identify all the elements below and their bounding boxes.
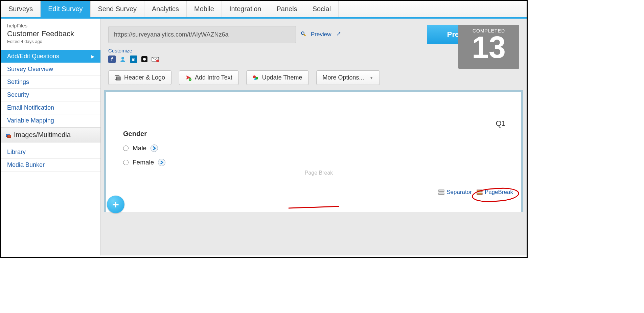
more-options-button[interactable]: More Options... ▼ (316, 70, 380, 85)
svg-point-12 (156, 60, 159, 62)
svg-point-2 (301, 32, 304, 35)
radio-female[interactable] (123, 160, 129, 165)
svg-line-3 (304, 34, 305, 36)
separator-action[interactable]: Separator (438, 189, 472, 196)
sidebar-section-label: Images/Multimedia (14, 131, 71, 139)
edited-timestamp: Edited 4 days ago (7, 39, 94, 44)
breadcrumb[interactable]: helpFiles (7, 23, 94, 28)
svg-point-17 (253, 75, 256, 78)
add-intro-icon: + (185, 75, 191, 81)
option-male[interactable]: Male (123, 144, 511, 152)
linkedin-icon[interactable]: in (130, 55, 137, 63)
sidebar-item-email-notification[interactable]: Email Notification (1, 102, 100, 114)
options-list: Male Female (123, 144, 511, 166)
pagebreak-action[interactable]: PageBreak (477, 189, 513, 196)
theme-icon (253, 75, 259, 81)
sidebar-item-label: Add/Edit Questions (7, 53, 59, 60)
dropdown-caret-icon: ▼ (370, 76, 373, 80)
radio-male[interactable] (123, 146, 129, 151)
page-break-divider: Page Break (140, 173, 498, 181)
page-break-label: Page Break (301, 170, 337, 176)
sidebar-item-media-bunker[interactable]: Media Bunker (1, 159, 100, 172)
svg-point-6 (121, 57, 124, 60)
survey-url-field[interactable]: https://surveyanalytics.com/t/AIyWAZNz6a (108, 26, 296, 43)
annotation-underline (289, 206, 339, 208)
preview-link[interactable]: Preview (311, 31, 331, 38)
social-share-row: f in (108, 55, 519, 63)
add-intro-label: Add Intro Text (195, 74, 232, 81)
sidebar: helpFiles Customer Feedback Edited 4 day… (1, 19, 101, 255)
question-actions: Separator PageBreak (438, 189, 513, 196)
multimedia-icon (6, 132, 11, 138)
facebook-icon[interactable]: f (108, 55, 116, 63)
pagebreak-label: PageBreak (485, 189, 513, 196)
sidebar-section-images-multimedia[interactable]: Images/Multimedia (1, 127, 100, 142)
tab-analytics[interactable]: Analytics (144, 1, 187, 17)
separator-icon (438, 189, 444, 195)
svg-rect-21 (439, 193, 444, 195)
sidebar-nav: Add/Edit Questions ▶ Survey Overview Set… (1, 50, 100, 127)
tab-integration[interactable]: Integration (222, 1, 269, 17)
add-question-button[interactable]: + (107, 196, 124, 213)
update-theme-button[interactable]: Update Theme (246, 70, 309, 85)
customize-link[interactable]: Customize (108, 48, 519, 53)
tab-edit-survey[interactable]: Edit Survey (41, 1, 90, 17)
header-logo-icon (115, 75, 121, 81)
sidebar-item-settings[interactable]: Settings (1, 76, 100, 89)
mail-icon[interactable] (152, 55, 159, 63)
sidebar-item-survey-overview[interactable]: Survey Overview (1, 63, 100, 76)
question-card[interactable]: Q1 Gender Male Female (104, 90, 523, 212)
tab-social[interactable]: Social (305, 1, 339, 17)
top-nav: Surveys Edit Survey Send Survey Analytic… (1, 1, 527, 17)
sidebar-item-variable-mapping[interactable]: Variable Mapping (1, 114, 100, 127)
sidebar-item-add-edit-questions[interactable]: Add/Edit Questions ▶ (1, 50, 100, 63)
add-intro-text-button[interactable]: + Add Intro Text (179, 70, 239, 85)
update-theme-label: Update Theme (262, 74, 302, 81)
branch-arrow-icon[interactable] (151, 144, 158, 152)
separator-label: Separator (446, 189, 472, 196)
svg-point-10 (143, 58, 146, 61)
svg-rect-1 (7, 135, 11, 138)
pagebreak-icon (477, 189, 483, 195)
branch-arrow-icon[interactable] (158, 159, 165, 166)
sidebar-item-library[interactable]: Library (1, 146, 100, 159)
svg-text:f: f (111, 57, 113, 62)
tab-mobile[interactable]: Mobile (187, 1, 222, 17)
svg-text:+: + (189, 78, 191, 81)
question-title: Gender (123, 130, 511, 138)
option-label: Male (133, 144, 146, 152)
header-logo-button[interactable]: Header & Logo (108, 70, 171, 85)
header-logo-label: Header & Logo (124, 74, 165, 81)
tab-panels[interactable]: Panels (269, 1, 305, 17)
wrench-icon[interactable] (336, 31, 341, 38)
caret-right-icon: ▶ (91, 54, 94, 59)
svg-rect-14 (116, 77, 120, 80)
svg-rect-20 (439, 190, 444, 192)
question-number: Q1 (496, 119, 506, 128)
square-icon[interactable] (141, 55, 148, 63)
search-wrench-icon[interactable] (301, 31, 306, 38)
tab-send-survey[interactable]: Send Survey (91, 1, 145, 17)
person-icon[interactable] (119, 55, 127, 63)
completed-counter[interactable]: COMPLETED 13 (458, 25, 519, 69)
sidebar-item-security[interactable]: Security (1, 89, 100, 102)
svg-text:in: in (132, 57, 136, 62)
svg-rect-23 (477, 193, 482, 195)
completed-count: 13 (458, 32, 519, 63)
main-area: COMPLETED 13 https://surveyanalytics.com… (101, 19, 527, 255)
svg-point-19 (254, 78, 256, 80)
option-label: Female (133, 159, 154, 166)
tab-surveys[interactable]: Surveys (1, 1, 41, 17)
survey-title: Customer Feedback (7, 29, 94, 38)
more-options-label: More Options... (323, 74, 364, 81)
svg-rect-22 (477, 190, 482, 192)
option-female[interactable]: Female (123, 159, 511, 166)
